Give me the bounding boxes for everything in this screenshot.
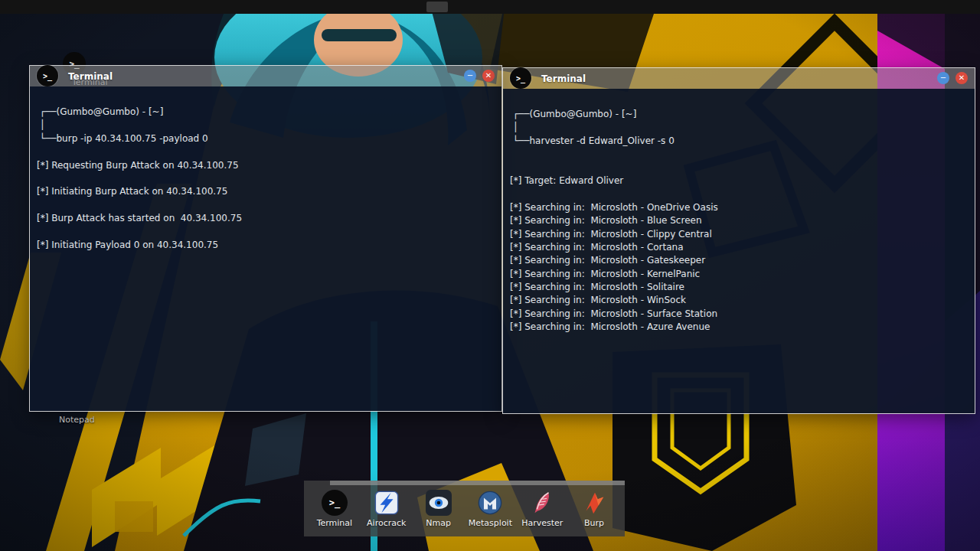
minimize-button[interactable]: −	[464, 70, 476, 82]
titlebar[interactable]: >_ Terminal − ✕	[503, 68, 975, 89]
titlebar[interactable]: >_ Terminal − ✕	[30, 66, 501, 86]
terminal-line: └──burp -ip 40.34.100.75 -payload 0	[37, 132, 494, 145]
dock: >_ Terminal Airocrack Nmap Metasploi	[304, 481, 625, 536]
terminal-icon: >_	[510, 67, 531, 89]
metasploit-icon	[477, 490, 503, 516]
terminal-line: [*] Searching in: Microsloth - Cortana	[510, 241, 967, 254]
terminal-line: [*] Target: Edward Oliver	[510, 174, 967, 187]
close-icon: ✕	[485, 72, 492, 80]
dock-label-airocrack: Airocrack	[367, 518, 406, 528]
terminal-window-burp: >_ Terminal − ✕ ┌──(Gumbo@Gumbo) - [~] │…	[29, 65, 502, 412]
terminal-window-harvester: >_ Terminal − ✕ ┌──(Gumbo@Gumbo) - [~] │…	[502, 67, 975, 414]
terminal-line: [*] Searching in: Microsloth - Blue Scre…	[510, 214, 967, 227]
dock-label-terminal: Terminal	[317, 518, 353, 528]
terminal-line: [*] Searching in: Microsloth - Surface S…	[510, 308, 967, 321]
terminal-output[interactable]: ┌──(Gumbo@Gumbo) - [~] │ └──burp -ip 40.…	[30, 86, 501, 411]
dock-label-metasploit: Metasploit	[469, 518, 512, 528]
dock-item-nmap[interactable]: Nmap	[414, 490, 463, 528]
dock-item-burp[interactable]: Burp	[570, 490, 619, 528]
harvester-feather-icon	[529, 490, 555, 516]
background-notepad-title[interactable]: Notepad	[59, 415, 95, 425]
terminal-line: │	[510, 121, 967, 134]
terminal-line: [*] Requesting Burp Attack on 40.34.100.…	[37, 159, 494, 172]
terminal-line	[37, 145, 494, 158]
terminal-line	[37, 199, 494, 212]
minimize-icon: −	[940, 74, 946, 82]
terminal-icon-glyph: >_	[516, 74, 525, 83]
terminal-line	[37, 226, 494, 239]
dock-label-harvester: Harvester	[521, 518, 563, 528]
dock-item-metasploit[interactable]: Metasploit	[466, 490, 514, 528]
terminal-line: [*] Searching in: Microsloth - OneDrive …	[510, 201, 967, 214]
terminal-icon-glyph: >_	[43, 72, 52, 80]
dock-label-burp: Burp	[584, 518, 604, 528]
terminal-line	[510, 148, 967, 161]
terminal-icon: >_	[322, 490, 348, 516]
terminal-line: [*] Searching in: Microsloth - Gateskeep…	[510, 254, 967, 267]
dock-item-airocrack[interactable]: Airocrack	[362, 490, 411, 528]
terminal-line: [*] Initiating Burp Attack on 40.34.100.…	[37, 185, 494, 198]
dock-items: >_ Terminal Airocrack Nmap Metasploi	[309, 490, 620, 533]
terminal-line: [*] Searching in: Microsloth - Azure Ave…	[510, 321, 967, 334]
top-panel	[0, 0, 980, 14]
close-button[interactable]: ✕	[482, 70, 495, 82]
minimize-icon: −	[467, 72, 473, 80]
terminal-line: [*] Searching in: Microsloth - Solitaire	[510, 281, 967, 294]
terminal-line: [*] Burp Attack has started on 40.34.100…	[37, 212, 494, 225]
window-title: Terminal	[541, 73, 586, 84]
terminal-line: [*] Initiating Payload 0 on 40.34.100.75	[37, 239, 494, 252]
terminal-line: [*] Searching in: Microsloth - Clippy Ce…	[510, 228, 967, 241]
terminal-icon-glyph: >_	[329, 497, 340, 508]
terminal-line	[37, 172, 494, 185]
terminal-line: [*] Searching in: Microsloth - KernelPan…	[510, 268, 967, 281]
terminal-line: ┌──(Gumbo@Gumbo) - [~]	[37, 106, 494, 119]
dock-top-strip	[330, 481, 625, 485]
minimize-button[interactable]: −	[937, 72, 949, 84]
nmap-eye-icon	[426, 490, 452, 516]
terminal-line	[510, 187, 967, 201]
top-panel-applet[interactable]	[426, 2, 448, 12]
terminal-line: └──harvester -d Edward_Oliver -s 0	[510, 135, 967, 148]
close-button[interactable]: ✕	[956, 72, 968, 84]
terminal-icon: >_	[37, 65, 58, 86]
dock-item-terminal[interactable]: >_ Terminal	[310, 490, 359, 528]
dock-label-nmap: Nmap	[426, 518, 451, 528]
burp-icon	[581, 490, 607, 516]
window-title: Terminal	[68, 71, 113, 82]
terminal-line: [*] Searching in: Microsloth - WinSock	[510, 294, 967, 307]
close-icon: ✕	[959, 74, 965, 82]
terminal-output[interactable]: ┌──(Gumbo@Gumbo) - [~] │ └──harvester -d…	[503, 89, 975, 413]
terminal-line: │	[37, 119, 494, 132]
airocrack-icon	[374, 490, 400, 516]
dock-item-harvester[interactable]: Harvester	[518, 490, 567, 528]
terminal-line: ┌──(Gumbo@Gumbo) - [~]	[510, 108, 967, 121]
terminal-line	[510, 161, 967, 174]
